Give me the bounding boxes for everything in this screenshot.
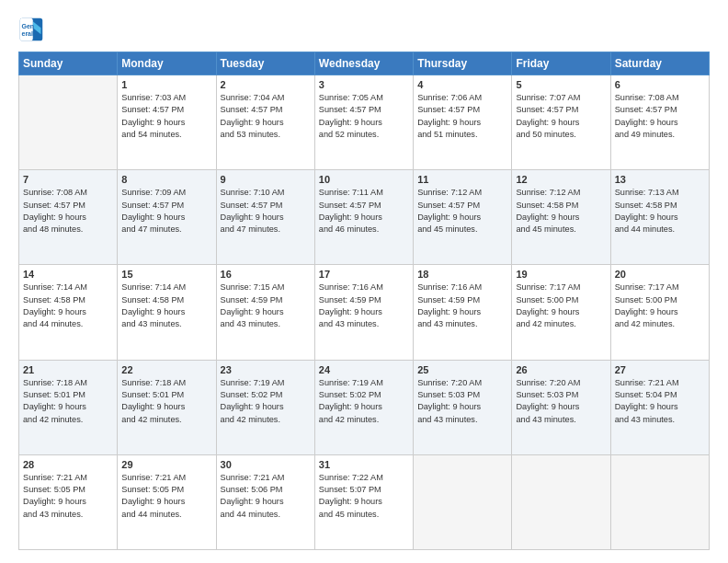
header: Gen eral [18, 17, 710, 42]
calendar-cell: 25Sunrise: 7:20 AMSunset: 5:03 PMDayligh… [414, 360, 512, 454]
logo-icon: Gen eral [18, 17, 44, 42]
day-info: Sunrise: 7:14 AMSunset: 4:58 PMDaylight:… [23, 282, 113, 330]
calendar-cell: 13Sunrise: 7:13 AMSunset: 4:58 PMDayligh… [610, 170, 709, 265]
day-number: 21 [23, 364, 113, 375]
day-info: Sunrise: 7:16 AMSunset: 4:59 PMDaylight:… [417, 282, 507, 330]
day-number: 23 [221, 364, 311, 375]
page: Gen eral SundayMondayTuesdayWednesdayThu… [0, 0, 728, 563]
day-number: 25 [417, 364, 507, 375]
day-number: 28 [23, 459, 113, 470]
day-info: Sunrise: 7:22 AMSunset: 5:07 PMDaylight:… [319, 472, 409, 521]
day-number: 31 [319, 459, 409, 470]
day-number: 22 [121, 364, 211, 375]
day-number: 4 [417, 79, 507, 90]
calendar-cell: 29Sunrise: 7:21 AMSunset: 5:05 PMDayligh… [118, 454, 216, 549]
day-info: Sunrise: 7:12 AMSunset: 4:58 PMDaylight:… [516, 187, 606, 236]
calendar-cell: 22Sunrise: 7:18 AMSunset: 5:01 PMDayligh… [118, 360, 216, 454]
calendar-cell [610, 454, 709, 549]
day-number: 15 [121, 269, 211, 280]
day-info: Sunrise: 7:19 AMSunset: 5:02 PMDaylight:… [319, 377, 409, 426]
day-info: Sunrise: 7:21 AMSunset: 5:06 PMDaylight:… [221, 472, 311, 521]
day-number: 13 [615, 174, 705, 185]
day-info: Sunrise: 7:18 AMSunset: 5:01 PMDaylight:… [121, 377, 211, 426]
calendar-cell: 27Sunrise: 7:21 AMSunset: 5:04 PMDayligh… [610, 360, 709, 454]
calendar-cell: 8Sunrise: 7:09 AMSunset: 4:57 PMDaylight… [118, 170, 216, 265]
day-number: 29 [121, 459, 211, 470]
calendar-cell: 26Sunrise: 7:20 AMSunset: 5:03 PMDayligh… [512, 360, 610, 454]
day-number: 12 [516, 174, 606, 185]
day-number: 3 [319, 79, 409, 90]
day-number: 7 [23, 174, 113, 185]
day-number: 2 [221, 79, 311, 90]
day-info: Sunrise: 7:20 AMSunset: 5:03 PMDaylight:… [516, 377, 606, 426]
calendar-cell: 7Sunrise: 7:08 AMSunset: 4:57 PMDaylight… [19, 170, 118, 265]
day-info: Sunrise: 7:17 AMSunset: 5:00 PMDaylight:… [615, 282, 705, 330]
weekday-header: Saturday [610, 52, 709, 75]
day-number: 6 [615, 79, 705, 90]
day-info: Sunrise: 7:08 AMSunset: 4:57 PMDaylight:… [615, 92, 705, 141]
day-info: Sunrise: 7:05 AMSunset: 4:57 PMDaylight:… [319, 92, 409, 141]
day-info: Sunrise: 7:13 AMSunset: 4:58 PMDaylight:… [615, 187, 705, 236]
calendar-cell: 6Sunrise: 7:08 AMSunset: 4:57 PMDaylight… [610, 75, 709, 170]
weekday-header: Sunday [19, 52, 118, 75]
calendar-cell: 31Sunrise: 7:22 AMSunset: 5:07 PMDayligh… [314, 454, 413, 549]
day-info: Sunrise: 7:12 AMSunset: 4:57 PMDaylight:… [417, 187, 507, 236]
day-info: Sunrise: 7:17 AMSunset: 5:00 PMDaylight:… [516, 282, 606, 330]
weekday-header: Wednesday [314, 52, 413, 75]
day-number: 14 [23, 269, 113, 280]
day-number: 24 [319, 364, 409, 375]
calendar-cell: 11Sunrise: 7:12 AMSunset: 4:57 PMDayligh… [414, 170, 512, 265]
calendar-cell: 4Sunrise: 7:06 AMSunset: 4:57 PMDaylight… [414, 75, 512, 170]
day-number: 17 [319, 269, 409, 280]
calendar-cell [414, 454, 512, 549]
calendar-cell: 14Sunrise: 7:14 AMSunset: 4:58 PMDayligh… [19, 265, 118, 360]
calendar-cell: 3Sunrise: 7:05 AMSunset: 4:57 PMDaylight… [314, 75, 413, 170]
calendar-cell [512, 454, 610, 549]
day-number: 5 [516, 79, 606, 90]
calendar-cell: 15Sunrise: 7:14 AMSunset: 4:58 PMDayligh… [118, 265, 216, 360]
calendar-cell: 17Sunrise: 7:16 AMSunset: 4:59 PMDayligh… [314, 265, 413, 360]
calendar-cell: 28Sunrise: 7:21 AMSunset: 5:05 PMDayligh… [19, 454, 118, 549]
calendar-cell: 19Sunrise: 7:17 AMSunset: 5:00 PMDayligh… [512, 265, 610, 360]
day-number: 20 [615, 269, 705, 280]
calendar-cell: 2Sunrise: 7:04 AMSunset: 4:57 PMDaylight… [216, 75, 314, 170]
calendar-cell: 10Sunrise: 7:11 AMSunset: 4:57 PMDayligh… [314, 170, 413, 265]
calendar-cell: 24Sunrise: 7:19 AMSunset: 5:02 PMDayligh… [314, 360, 413, 454]
day-info: Sunrise: 7:04 AMSunset: 4:57 PMDaylight:… [221, 92, 311, 141]
calendar-cell: 18Sunrise: 7:16 AMSunset: 4:59 PMDayligh… [414, 265, 512, 360]
day-info: Sunrise: 7:07 AMSunset: 4:57 PMDaylight:… [516, 92, 606, 141]
logo: Gen eral [18, 17, 48, 42]
day-number: 10 [319, 174, 409, 185]
day-info: Sunrise: 7:16 AMSunset: 4:59 PMDaylight:… [319, 282, 409, 330]
day-info: Sunrise: 7:21 AMSunset: 5:05 PMDaylight:… [121, 472, 211, 521]
weekday-header: Tuesday [216, 52, 314, 75]
calendar-cell: 5Sunrise: 7:07 AMSunset: 4:57 PMDaylight… [512, 75, 610, 170]
calendar-cell: 23Sunrise: 7:19 AMSunset: 5:02 PMDayligh… [216, 360, 314, 454]
day-info: Sunrise: 7:21 AMSunset: 5:05 PMDaylight:… [23, 472, 113, 521]
day-info: Sunrise: 7:09 AMSunset: 4:57 PMDaylight:… [121, 187, 211, 236]
day-info: Sunrise: 7:11 AMSunset: 4:57 PMDaylight:… [319, 187, 409, 236]
day-info: Sunrise: 7:15 AMSunset: 4:59 PMDaylight:… [221, 282, 311, 330]
calendar-cell: 21Sunrise: 7:18 AMSunset: 5:01 PMDayligh… [19, 360, 118, 454]
day-info: Sunrise: 7:21 AMSunset: 5:04 PMDaylight:… [615, 377, 705, 426]
calendar-cell: 9Sunrise: 7:10 AMSunset: 4:57 PMDaylight… [216, 170, 314, 265]
day-number: 9 [221, 174, 311, 185]
day-info: Sunrise: 7:06 AMSunset: 4:57 PMDaylight:… [417, 92, 507, 141]
svg-text:eral: eral [22, 30, 34, 37]
calendar-cell: 1Sunrise: 7:03 AMSunset: 4:57 PMDaylight… [118, 75, 216, 170]
calendar-cell: 16Sunrise: 7:15 AMSunset: 4:59 PMDayligh… [216, 265, 314, 360]
calendar: SundayMondayTuesdayWednesdayThursdayFrid… [18, 52, 710, 550]
day-info: Sunrise: 7:08 AMSunset: 4:57 PMDaylight:… [23, 187, 113, 236]
weekday-header: Thursday [414, 52, 512, 75]
day-number: 27 [615, 364, 705, 375]
weekday-header: Friday [512, 52, 610, 75]
calendar-cell [19, 75, 118, 170]
day-info: Sunrise: 7:03 AMSunset: 4:57 PMDaylight:… [121, 92, 211, 141]
day-info: Sunrise: 7:19 AMSunset: 5:02 PMDaylight:… [221, 377, 311, 426]
calendar-cell: 12Sunrise: 7:12 AMSunset: 4:58 PMDayligh… [512, 170, 610, 265]
svg-text:Gen: Gen [22, 23, 35, 29]
day-number: 19 [516, 269, 606, 280]
calendar-cell: 20Sunrise: 7:17 AMSunset: 5:00 PMDayligh… [610, 265, 709, 360]
day-info: Sunrise: 7:10 AMSunset: 4:57 PMDaylight:… [221, 187, 311, 236]
day-info: Sunrise: 7:20 AMSunset: 5:03 PMDaylight:… [417, 377, 507, 426]
